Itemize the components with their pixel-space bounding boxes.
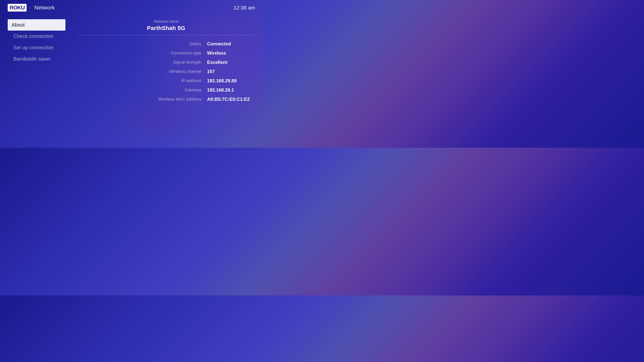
info-label: Gateway [159, 87, 201, 92]
info-row: Wireless MAC addressA8:B5:7C:E0:C1:E2 [77, 95, 255, 104]
main-content: AboutCheck connectionSet up connectionBa… [0, 15, 263, 108]
network-name-value: ParthShah 5G [77, 25, 255, 31]
clock: 12:38 am [234, 5, 255, 11]
info-label: Connection type [159, 50, 201, 56]
network-name-section: Network name ParthShah 5G [77, 19, 255, 35]
header-left: ROKU · Network [8, 4, 55, 11]
info-row: StatusConnected [77, 39, 255, 48]
roku-logo: ROKU [8, 4, 26, 11]
info-value: Connected [207, 41, 255, 46]
header-separator: · [30, 4, 31, 11]
info-label: Status [159, 41, 201, 46]
info-value: 192.168.29.1 [207, 87, 255, 93]
sidebar-item-check-connection[interactable]: Check connection [8, 30, 66, 42]
info-value: Excellent [207, 60, 255, 65]
info-label: Wireless MAC address [158, 97, 201, 102]
info-row: Signal strengthExcellent [77, 58, 255, 67]
info-value: 192.168.29.89 [207, 78, 255, 83]
info-table: StatusConnectedConnection typeWirelessSi… [77, 39, 255, 104]
network-name-label: Network name [77, 19, 255, 24]
info-value: A8:B5:7C:E0:C1:E2 [207, 97, 255, 102]
info-row: Wireless channel157 [77, 67, 255, 76]
info-label: Wireless channel [159, 69, 201, 74]
info-row: IP address192.168.29.89 [77, 76, 255, 85]
header: ROKU · Network 12:38 am [0, 0, 263, 15]
info-label: Signal strength [159, 60, 201, 65]
info-row: Gateway192.168.29.1 [77, 85, 255, 95]
sidebar-item-set-up-connection[interactable]: Set up connection [8, 42, 66, 53]
sidebar-item-bandwidth-saver[interactable]: Bandwidth saver [8, 53, 66, 65]
network-info-panel: Network name ParthShah 5G StatusConnecte… [77, 19, 255, 104]
page-title: Network [34, 4, 55, 11]
sidebar: AboutCheck connectionSet up connectionBa… [8, 19, 66, 104]
info-label: IP address [159, 78, 201, 83]
sidebar-item-about[interactable]: About [8, 19, 66, 30]
info-row: Connection typeWireless [77, 48, 255, 58]
info-value: 157 [207, 69, 255, 74]
info-value: Wireless [207, 50, 255, 56]
